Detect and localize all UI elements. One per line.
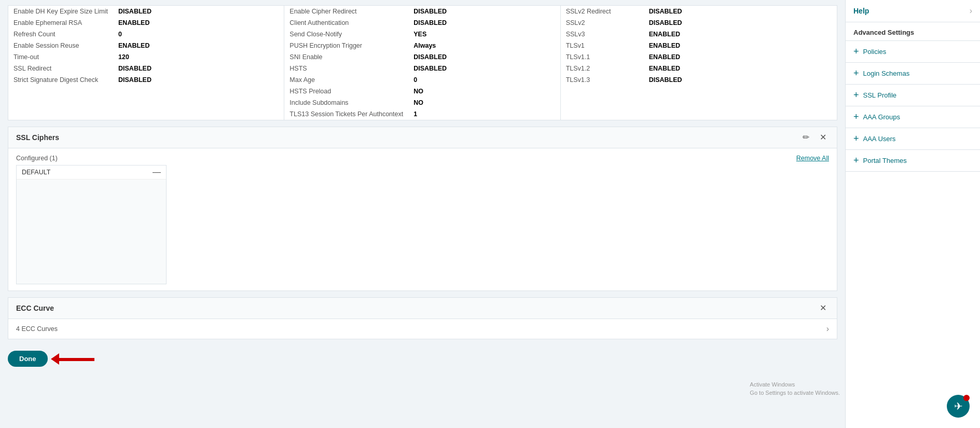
setting-value: DISABLED bbox=[113, 74, 284, 86]
setting-label: TLSv1.1 bbox=[561, 51, 644, 63]
ecc-content[interactable]: 4 ECC Curves › bbox=[8, 319, 837, 339]
table-row: Enable DH Key Expire Size LimitDISABLED bbox=[8, 6, 284, 17]
table-row: SSLv3ENABLED bbox=[561, 29, 837, 40]
setting-label: TLSv1.2 bbox=[561, 63, 644, 74]
table-row: Client AuthenticationDISABLED bbox=[284, 17, 560, 29]
ssl-ciphers-close-button[interactable]: ✕ bbox=[817, 132, 829, 143]
cipher-list-box: DEFAULT — bbox=[16, 165, 167, 284]
setting-label: TLSv1 bbox=[561, 40, 644, 51]
setting-label: Enable Ephemeral RSA bbox=[8, 17, 113, 29]
arrow-indicator bbox=[58, 355, 94, 363]
remove-all-button[interactable]: Remove All bbox=[796, 155, 829, 162]
setting-label: SNI Enable bbox=[284, 51, 408, 63]
plus-icon: + bbox=[853, 133, 859, 144]
sidebar-help-item[interactable]: Help › bbox=[846, 0, 980, 22]
table-row: SSL RedirectDISABLED bbox=[8, 63, 284, 74]
sidebar-item-policies[interactable]: +Policies bbox=[846, 41, 980, 63]
setting-label: Refresh Count bbox=[8, 29, 113, 40]
sidebar-item-ssl-profile[interactable]: +SSL Profile bbox=[846, 85, 980, 106]
cipher-list-item: DEFAULT — bbox=[17, 165, 166, 180]
setting-label: SSLv3 bbox=[561, 29, 644, 40]
setting-label: Strict Signature Digest Check bbox=[8, 74, 113, 86]
setting-value: DISABLED bbox=[408, 63, 560, 74]
done-button[interactable]: Done bbox=[8, 351, 48, 367]
setting-label: Enable Cipher Redirect bbox=[284, 6, 408, 17]
nav-icon-button[interactable]: ✈ bbox=[947, 395, 970, 418]
table-row: Strict Signature Digest CheckDISABLED bbox=[8, 74, 284, 86]
table-row: HSTS PreloadNO bbox=[284, 86, 560, 97]
ssl-ciphers-header: SSL Ciphers ✏ ✕ bbox=[8, 127, 837, 148]
table-row: SNI EnableDISABLED bbox=[284, 51, 560, 63]
ecc-curve-header: ECC Curve ✕ bbox=[8, 298, 837, 319]
setting-value: DISABLED bbox=[408, 6, 560, 17]
sidebar-advanced-settings-label: Advanced Settings bbox=[846, 22, 980, 41]
settings-col-3: SSLv2 RedirectDISABLEDSSLv2DISABLEDSSLv3… bbox=[561, 6, 837, 120]
plus-icon: + bbox=[853, 46, 859, 57]
setting-value: DISABLED bbox=[113, 63, 284, 74]
setting-label: Include Subdomains bbox=[284, 97, 408, 108]
nav-badge bbox=[963, 395, 970, 401]
setting-label: SSLv2 bbox=[561, 17, 644, 29]
setting-value: DISABLED bbox=[408, 51, 560, 63]
setting-value: ENABLED bbox=[113, 40, 284, 51]
setting-value: DISABLED bbox=[644, 17, 837, 29]
ssl-ciphers-actions: ✏ ✕ bbox=[800, 132, 829, 143]
sidebar-item-label: Policies bbox=[863, 48, 887, 56]
sidebar-item-portal-themes[interactable]: +Portal Themes bbox=[846, 150, 980, 172]
table-row: Refresh Count0 bbox=[8, 29, 284, 40]
sidebar-help-label: Help bbox=[853, 7, 869, 15]
plus-icon: + bbox=[853, 112, 859, 122]
setting-value: DISABLED bbox=[644, 6, 837, 17]
ecc-curve-close-button[interactable]: ✕ bbox=[817, 303, 829, 313]
setting-label: SSLv2 Redirect bbox=[561, 6, 644, 17]
table-row: TLS13 Session Tickets Per Authcontext1 bbox=[284, 108, 560, 120]
ssl-ciphers-panel: SSL Ciphers ✏ ✕ Configured (1) Remove Al… bbox=[8, 127, 837, 291]
sidebar-item-label: AAA Groups bbox=[863, 113, 901, 121]
setting-label: Client Authentication bbox=[284, 17, 408, 29]
ssl-ciphers-content: Configured (1) Remove All DEFAULT — bbox=[8, 148, 837, 291]
table-row: SSLv2 RedirectDISABLED bbox=[561, 6, 837, 17]
table-row: Max Age0 bbox=[284, 74, 560, 86]
setting-value: DISABLED bbox=[644, 74, 837, 86]
setting-value: NO bbox=[408, 86, 560, 97]
plus-icon: + bbox=[853, 155, 859, 166]
setting-value: DISABLED bbox=[408, 17, 560, 29]
setting-value: ENABLED bbox=[644, 63, 837, 74]
table-row: TLSv1.2ENABLED bbox=[561, 63, 837, 74]
setting-value: 120 bbox=[113, 51, 284, 63]
plus-icon: + bbox=[853, 68, 859, 79]
compass-icon: ✈ bbox=[954, 400, 963, 412]
setting-label: Time-out bbox=[8, 51, 113, 63]
table-row: PUSH Encryption TriggerAlways bbox=[284, 40, 560, 51]
setting-value: ENABLED bbox=[113, 17, 284, 29]
ssl-ciphers-title: SSL Ciphers bbox=[16, 133, 59, 142]
setting-value: YES bbox=[408, 29, 560, 40]
table-row: Time-out120 bbox=[8, 51, 284, 63]
table-row: SSLv2DISABLED bbox=[561, 17, 837, 29]
main-content: Enable DH Key Expire Size LimitDISABLEDE… bbox=[0, 0, 845, 428]
sidebar-item-label: AAA Users bbox=[863, 135, 896, 143]
table-row: Enable Cipher RedirectDISABLED bbox=[284, 6, 560, 17]
ecc-curves-label: 4 ECC Curves bbox=[16, 325, 58, 333]
sidebar-help-chevron-icon: › bbox=[970, 6, 972, 16]
sidebar-item-aaa-users[interactable]: +AAA Users bbox=[846, 128, 980, 150]
setting-label: Send Close-Notify bbox=[284, 29, 408, 40]
setting-label: SSL Redirect bbox=[8, 63, 113, 74]
settings-col-2: Enable Cipher RedirectDISABLEDClient Aut… bbox=[284, 6, 560, 120]
table-row: Enable Ephemeral RSAENABLED bbox=[8, 17, 284, 29]
ecc-curve-actions: ✕ bbox=[817, 303, 829, 313]
right-sidebar: Help › Advanced Settings +Policies+Login… bbox=[845, 0, 980, 428]
setting-label: HSTS bbox=[284, 63, 408, 74]
sidebar-item-login-schemas[interactable]: +Login Schemas bbox=[846, 63, 980, 85]
sidebar-item-aaa-groups[interactable]: +AAA Groups bbox=[846, 106, 980, 128]
table-row: HSTSDISABLED bbox=[284, 63, 560, 74]
cipher-configured-label: Configured (1) bbox=[16, 155, 58, 162]
sidebar-item-label: Login Schemas bbox=[863, 70, 910, 77]
table-row: TLSv1.1ENABLED bbox=[561, 51, 837, 63]
table-row: Include SubdomainsNO bbox=[284, 97, 560, 108]
cipher-remove-button[interactable]: — bbox=[153, 168, 161, 176]
table-row: Enable Session ReuseENABLED bbox=[8, 40, 284, 51]
setting-label: TLSv1.3 bbox=[561, 74, 644, 86]
setting-label: Enable Session Reuse bbox=[8, 40, 113, 51]
ssl-ciphers-edit-button[interactable]: ✏ bbox=[800, 132, 812, 143]
